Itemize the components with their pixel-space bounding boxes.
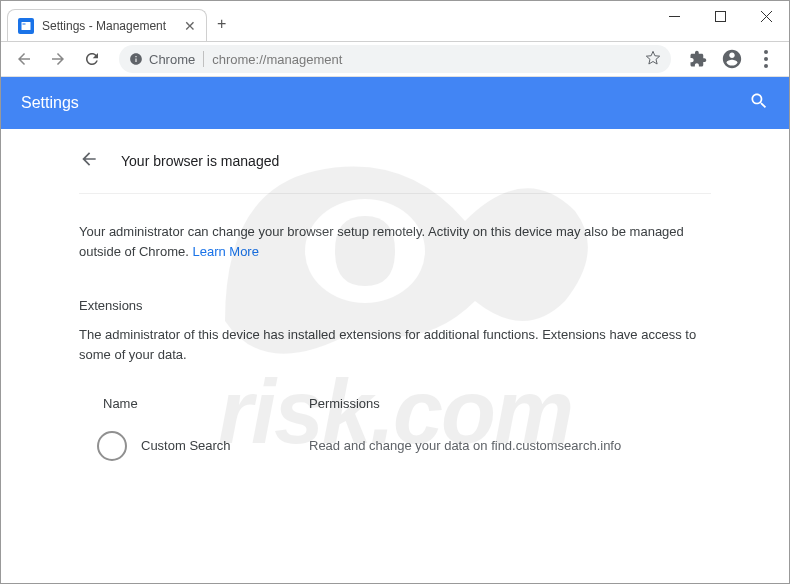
reload-button[interactable]	[77, 44, 107, 74]
extension-permission: Read and change your data on find.custom…	[309, 438, 711, 453]
svg-rect-2	[23, 23, 26, 24]
tab-favicon-icon	[18, 18, 34, 34]
settings-header: Settings	[1, 77, 789, 129]
info-text: Your administrator can change your brows…	[79, 224, 684, 259]
svg-rect-4	[715, 11, 725, 21]
extensions-heading: Extensions	[79, 280, 711, 325]
minimize-button[interactable]	[651, 1, 697, 31]
extensions-table: Name Permissions Custom Search Read and …	[79, 386, 711, 467]
close-window-button[interactable]	[743, 1, 789, 31]
col-name: Name	[79, 396, 309, 411]
menu-dots-icon	[764, 50, 768, 68]
page-title: Your browser is managed	[121, 153, 279, 169]
content: Your browser is managed Your administrat…	[79, 149, 711, 467]
maximize-button[interactable]	[697, 1, 743, 31]
table-row: Custom Search Read and change your data …	[79, 425, 711, 467]
section-header: Your browser is managed	[79, 149, 711, 194]
address-bar[interactable]: Chrome chrome://management	[119, 45, 671, 73]
toolbar: Chrome chrome://management	[1, 41, 789, 77]
content-area: Your browser is managed Your administrat…	[1, 129, 789, 487]
management-info: Your administrator can change your brows…	[79, 194, 711, 280]
extensions-icon[interactable]	[683, 44, 713, 74]
profile-icon[interactable]	[717, 44, 747, 74]
secure-label: Chrome	[149, 52, 195, 67]
omnibox-divider	[203, 51, 204, 67]
browser-window: risk.com Settings - Management ✕ +	[0, 0, 790, 584]
close-icon[interactable]: ✕	[184, 18, 196, 34]
svg-rect-1	[22, 22, 31, 30]
titlebar: Settings - Management ✕ +	[1, 1, 789, 41]
forward-button[interactable]	[43, 44, 73, 74]
col-permissions: Permissions	[309, 396, 711, 411]
window-controls	[651, 1, 789, 31]
url-text: chrome://management	[212, 52, 342, 67]
back-button[interactable]	[9, 44, 39, 74]
tab-strip: Settings - Management ✕ +	[1, 1, 651, 41]
search-icon[interactable]	[749, 91, 769, 115]
site-info-icon[interactable]: Chrome	[129, 52, 195, 67]
menu-button[interactable]	[751, 44, 781, 74]
learn-more-link[interactable]: Learn More	[192, 244, 258, 259]
settings-title: Settings	[21, 94, 79, 112]
extensions-info: The administrator of this device has ins…	[79, 325, 711, 385]
toolbar-right	[683, 44, 781, 74]
table-header: Name Permissions	[79, 386, 711, 425]
extension-name: Custom Search	[141, 438, 231, 453]
tab-title: Settings - Management	[42, 19, 166, 33]
extension-icon	[97, 431, 127, 461]
back-arrow-icon[interactable]	[79, 149, 99, 173]
new-tab-button[interactable]: +	[217, 15, 226, 33]
bookmark-icon[interactable]	[645, 50, 661, 69]
browser-tab[interactable]: Settings - Management ✕	[7, 9, 207, 41]
